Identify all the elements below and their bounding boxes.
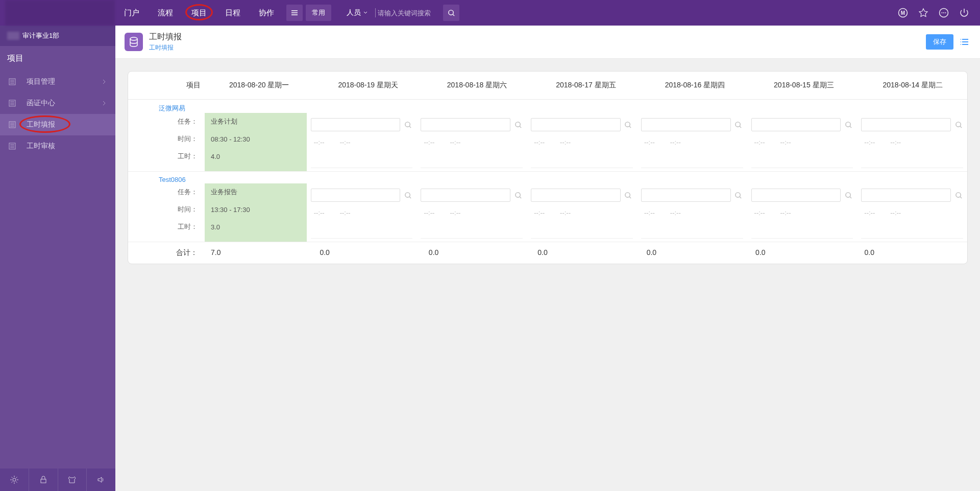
dept-bar[interactable]: 审计事业1部	[0, 26, 115, 46]
time-placeholder-row[interactable]: --:----:--	[311, 204, 413, 221]
time-placeholder-row[interactable]: --:----:--	[421, 133, 523, 151]
hours-input-row[interactable]	[751, 221, 853, 239]
time-placeholder-row[interactable]: --:----:--	[421, 204, 523, 221]
save-button[interactable]: 保存	[926, 34, 953, 50]
table-area: 项目 2018-08-20 星期一 2018-08-19 星期天 2018-08…	[115, 59, 980, 491]
search-button[interactable]	[443, 5, 459, 21]
task-search-button[interactable]	[844, 120, 853, 129]
th-day-3: 2018-08-17 星期五	[531, 72, 640, 99]
task-search-button[interactable]	[624, 191, 633, 200]
task-search-button[interactable]	[513, 191, 523, 200]
dept-icon	[7, 32, 19, 40]
task-input[interactable]	[531, 189, 621, 202]
time-placeholder-row[interactable]: --:----:--	[861, 133, 963, 151]
hours-input-row[interactable]	[311, 221, 413, 239]
task-input[interactable]	[421, 189, 510, 202]
total-row: 合计： 7.0 0.0 0.0 0.0 0.0 0.0 0.0	[128, 242, 967, 264]
svg-point-15	[516, 122, 520, 126]
hours-input-row[interactable]	[311, 151, 413, 168]
page-header: 工时填报 工时填报 保存	[115, 26, 980, 59]
task-input[interactable]	[641, 189, 731, 202]
task-input[interactable]	[861, 118, 951, 131]
task-search-button[interactable]	[513, 120, 523, 129]
task-search-button[interactable]	[844, 191, 853, 200]
time-placeholder-row[interactable]: --:----:--	[641, 133, 743, 151]
nav-project[interactable]: 项目	[182, 0, 216, 26]
th-day-0: 2018-08-20 星期一	[205, 72, 313, 99]
footer-settings-button[interactable]	[0, 469, 29, 491]
nav-menu-button[interactable]	[286, 5, 303, 21]
sidebar-item-letter-center[interactable]: 函证中心	[0, 92, 115, 114]
sidebar-item-timesheet-review[interactable]: 工时审核	[0, 135, 115, 157]
task-input[interactable]	[751, 189, 841, 202]
footer-lock-button[interactable]	[29, 469, 58, 491]
task-input[interactable]	[861, 189, 951, 202]
task-search-button[interactable]	[624, 120, 633, 129]
time-placeholder-row[interactable]: --:----:--	[751, 133, 853, 151]
task-input[interactable]	[641, 118, 731, 131]
breadcrumb[interactable]: 工时填报	[149, 43, 182, 52]
hours-input-row[interactable]	[421, 221, 523, 239]
hours-input-row[interactable]	[641, 151, 743, 168]
svg-point-14	[405, 122, 410, 126]
nav-workflow[interactable]: 流程	[149, 0, 182, 26]
chevron-down-icon	[363, 10, 368, 15]
list-icon	[960, 37, 970, 47]
time-placeholder-row[interactable]: --:----:--	[641, 204, 743, 221]
timesheet-table: 项目 2018-08-20 星期一 2018-08-19 星期天 2018-08…	[128, 71, 968, 264]
page-actions: 保存	[926, 34, 971, 50]
more-button[interactable]	[938, 7, 949, 18]
hours-input-row[interactable]	[861, 151, 963, 168]
power-button[interactable]	[959, 7, 970, 18]
hours-input-row[interactable]	[751, 151, 853, 168]
task-search-button[interactable]	[734, 191, 743, 200]
star-button[interactable]	[918, 7, 929, 18]
time-placeholder-row[interactable]: --:----:--	[751, 204, 853, 221]
hours-input-row[interactable]	[531, 151, 633, 168]
nav-calendar[interactable]: 日程	[216, 0, 250, 26]
task-input[interactable]	[311, 118, 401, 131]
m-icon-button[interactable]: M	[897, 7, 909, 18]
table-header: 项目 2018-08-20 星期一 2018-08-19 星期天 2018-08…	[128, 72, 967, 100]
label-hours: 工时：	[128, 218, 205, 236]
task-search-button[interactable]	[403, 120, 412, 129]
sidebar-item-timesheet-fill[interactable]: 工时填报	[0, 114, 115, 135]
footer-sound-button[interactable]	[87, 469, 115, 491]
top-right-icons: M	[897, 7, 975, 18]
hours-input-row[interactable]	[861, 221, 963, 239]
time-placeholder-row[interactable]: --:----:--	[311, 133, 413, 151]
search-input[interactable]	[378, 9, 439, 17]
project-name-link[interactable]: Test0806	[128, 176, 186, 183]
task-input[interactable]	[531, 118, 621, 131]
project-block: Test0806任务：时间：工时：业务报告13:30 - 17:303.0--:…	[128, 172, 967, 242]
page-icon	[125, 33, 143, 51]
search-type-dropdown[interactable]: 人员	[347, 8, 373, 17]
task-input[interactable]	[421, 118, 510, 131]
footer-theme-button[interactable]	[58, 469, 87, 491]
hours-input-row[interactable]	[421, 151, 523, 168]
top-nav: 门户 流程 项目 日程 协作 常用	[115, 0, 331, 26]
gear-icon	[10, 475, 19, 484]
task-input[interactable]	[311, 189, 401, 202]
time-placeholder-row[interactable]: --:----:--	[531, 133, 633, 151]
row-labels: 任务：时间：工时：	[128, 183, 205, 242]
project-name-link[interactable]: 泛微网易	[128, 104, 185, 113]
task-search-button[interactable]	[734, 120, 743, 129]
task-search-button[interactable]	[954, 191, 963, 200]
time-placeholder-row[interactable]: --:----:--	[531, 204, 633, 221]
sidebar-item-project-mgmt[interactable]: 项目管理	[0, 71, 115, 92]
svg-point-25	[955, 192, 960, 197]
nav-portal[interactable]: 门户	[115, 0, 149, 26]
time-placeholder-row[interactable]: --:----:--	[861, 204, 963, 221]
task-search-button[interactable]	[954, 120, 963, 129]
nav-common-button[interactable]: 常用	[306, 5, 331, 21]
nav-collab[interactable]: 协作	[250, 0, 283, 26]
list-toggle-button[interactable]	[959, 36, 971, 48]
task-search-button[interactable]	[403, 191, 412, 200]
svg-rect-12	[41, 479, 46, 483]
task-input[interactable]	[751, 118, 841, 131]
chevron-right-icon	[102, 79, 106, 85]
hours-input-row[interactable]	[531, 221, 633, 239]
hours-input-row[interactable]	[641, 221, 743, 239]
svg-point-0	[448, 10, 453, 14]
